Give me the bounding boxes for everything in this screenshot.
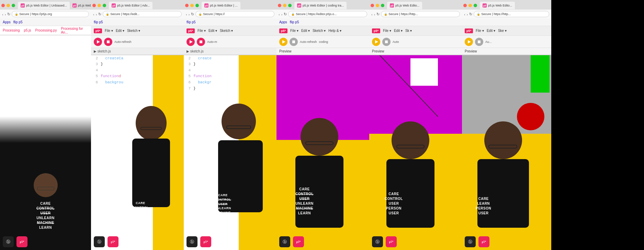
processing-py-link[interactable]: Processing.py xyxy=(35,28,57,32)
close-button-5[interactable] xyxy=(371,4,374,7)
sketch-label-2: ▶ sketch.js xyxy=(91,48,184,55)
tab-active-2[interactable]: p5 p5.js Web Editor | Adv... xyxy=(109,2,152,9)
refresh-button-3[interactable]: ↻ xyxy=(191,12,194,16)
flip-p5-bookmark-2[interactable]: flip p5 xyxy=(94,20,103,24)
close-button-2[interactable] xyxy=(92,4,96,7)
tab-active-6[interactable]: p5 p5.js Web Edito... xyxy=(480,2,515,9)
menu-help-4[interactable]: Help & ▾ xyxy=(328,29,341,33)
maximize-button-6[interactable] xyxy=(474,4,477,7)
processing-an-link[interactable]: Processing for An... xyxy=(61,27,88,34)
p5js-link[interactable]: p5.js xyxy=(24,28,31,32)
stop-button-4[interactable] xyxy=(290,38,298,46)
tab-active-3[interactable]: p5 p5.js Web Editor | ... xyxy=(202,2,240,9)
menu-file-3[interactable]: File ▾ xyxy=(197,29,206,33)
flip-p5-bookmark[interactable]: flip p5 xyxy=(13,20,23,24)
stop-icon-3 xyxy=(200,40,202,43)
url-bar-4[interactable]: 🔒 Secure | https://editor.p5js.o... xyxy=(288,11,367,17)
close-button-6[interactable] xyxy=(463,4,467,7)
apps-bookmark[interactable]: Apps xyxy=(3,20,11,24)
flip-p5-bookmark-4[interactable]: flip p5 xyxy=(290,20,299,24)
menu-edit-5[interactable]: Edit ▾ xyxy=(394,29,403,33)
forward-button[interactable]: › xyxy=(5,12,6,16)
tab-active-4[interactable]: p5 p5.js Web Editor | coding tra... xyxy=(294,2,347,9)
traffic-lights-6 xyxy=(463,4,477,7)
menu-sketch-3[interactable]: Sketch ▾ xyxy=(220,29,233,33)
url-text-6: https://http... xyxy=(494,12,511,16)
refresh-button-6[interactable]: ↻ xyxy=(469,12,472,16)
maximize-button-2[interactable] xyxy=(103,4,106,7)
forward-button-4[interactable]: › xyxy=(281,12,283,16)
tab-active-5[interactable]: p5 p5.js Web Edito... xyxy=(387,2,422,9)
stop-button-3[interactable] xyxy=(197,38,205,46)
url-text-4: https://editor.p5js.o... xyxy=(308,12,337,16)
menu-edit-4[interactable]: Edit ▾ xyxy=(301,29,310,33)
play-button-4[interactable] xyxy=(279,38,287,46)
url-bar-3[interactable]: 🔒 Secure | https:// xyxy=(195,11,274,17)
back-button-4[interactable]: ‹ xyxy=(279,12,280,16)
bottom-bar-6: ⓑ p5* xyxy=(465,236,489,247)
forward-button-2[interactable]: › xyxy=(96,12,97,16)
refresh-button-5[interactable]: ↻ xyxy=(376,12,380,16)
play-button-2[interactable] xyxy=(94,38,102,46)
menu-file-2[interactable]: File ▾ xyxy=(105,29,113,33)
menu-edit-2[interactable]: Edit ▾ xyxy=(116,29,124,33)
maximize-button-5[interactable] xyxy=(381,4,384,7)
refresh-button-2[interactable]: ↻ xyxy=(98,12,101,16)
menu-ske-6[interactable]: Ske ▾ xyxy=(498,29,507,33)
back-button-3[interactable]: ‹ xyxy=(186,12,187,16)
url-bar-5[interactable]: 🔒 Secure | https://http... xyxy=(381,11,460,17)
play-button-3[interactable] xyxy=(187,38,195,46)
url-bar-6[interactable]: 🔒 Secure | https://http... xyxy=(474,11,549,17)
stop-button-6[interactable] xyxy=(475,38,483,46)
close-button-3[interactable] xyxy=(185,4,189,7)
minimize-button-2[interactable] xyxy=(98,4,101,7)
back-button[interactable]: ‹ xyxy=(2,12,3,16)
svg-point-14 xyxy=(301,118,338,156)
refresh-button-4[interactable]: ↻ xyxy=(284,12,287,16)
play-icon-6 xyxy=(468,40,471,44)
menu-edit-3[interactable]: Edit ▾ xyxy=(208,29,217,33)
menu-sk-5[interactable]: Sk ▾ xyxy=(405,29,412,33)
back-button-2[interactable]: ‹ xyxy=(93,12,94,16)
menu-sketch-4[interactable]: Sketch ▾ xyxy=(313,29,326,33)
back-button-5[interactable]: ‹ xyxy=(371,12,373,16)
bottom-logo-b3-2: ⓑ xyxy=(94,236,105,247)
url-bar-2[interactable]: 🔒 Secure | https://edit... xyxy=(103,11,182,17)
tab-active-1[interactable]: p5 p5.js Web Editor | Unbiased... xyxy=(18,2,70,9)
refresh-button[interactable]: ↻ xyxy=(7,12,10,16)
maximize-button-3[interactable] xyxy=(195,4,199,7)
menu-edit-6[interactable]: Edit ▾ xyxy=(487,29,495,33)
forward-button-5[interactable]: › xyxy=(374,12,375,16)
tab-inactive-1[interactable]: p5 p5.js Web Editor | N... xyxy=(70,2,91,9)
processing-link[interactable]: Processing xyxy=(3,28,20,32)
apps-bookmark-4[interactable]: Apps xyxy=(279,20,287,24)
stop-button-5[interactable] xyxy=(382,38,391,46)
forward-button-6[interactable]: › xyxy=(467,12,468,16)
close-button-4[interactable] xyxy=(278,4,281,7)
menu-file-4[interactable]: File ▾ xyxy=(290,29,298,33)
minimize-button-4[interactable] xyxy=(283,4,286,7)
minimize-button-5[interactable] xyxy=(376,4,379,7)
menu-file-6[interactable]: File ▾ xyxy=(476,29,484,33)
maximize-button[interactable] xyxy=(12,4,15,7)
menu-file-5[interactable]: File ▾ xyxy=(383,29,391,33)
back-button-6[interactable]: ‹ xyxy=(464,12,465,16)
flip-p5-bookmark-3[interactable]: flip p5 xyxy=(187,20,196,24)
forward-button-3[interactable]: › xyxy=(189,12,190,16)
menu-sketch-2[interactable]: Sketch ▾ xyxy=(127,29,140,33)
url-bar-1[interactable]: 🔒 Secure | https://p5js.org xyxy=(12,11,89,17)
svg-rect-26 xyxy=(477,159,529,228)
close-button[interactable] xyxy=(1,4,5,7)
minimize-button[interactable] xyxy=(7,4,10,7)
maximize-button-4[interactable] xyxy=(288,4,292,7)
traffic-lights-3 xyxy=(185,4,199,7)
minimize-button-6[interactable] xyxy=(468,4,472,7)
panel-4: p5 p5.js Web Editor | coding tra... ‹ › … xyxy=(276,0,369,250)
play-button-5[interactable] xyxy=(372,38,380,46)
play-button-6[interactable] xyxy=(465,38,473,46)
minimize-button-3[interactable] xyxy=(190,4,194,7)
stop-button-2[interactable] xyxy=(104,38,112,46)
bottom-bar-1: ⓑ p5* xyxy=(3,236,27,247)
browser-chrome-1: p5 p5.js Web Editor | Unbiased... p5 p5.… xyxy=(0,0,91,35)
lock-icon: 🔒 xyxy=(15,13,18,16)
